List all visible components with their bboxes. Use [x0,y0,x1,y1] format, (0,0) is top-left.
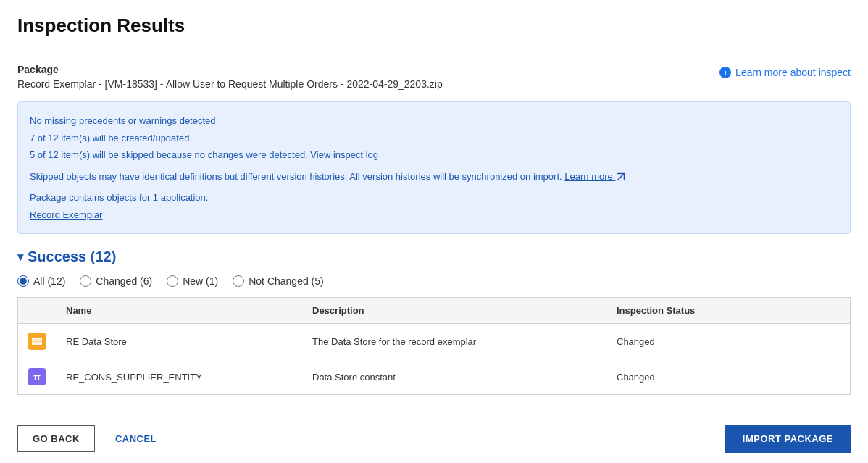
info-line3: 5 of 12 item(s) will be skipped because … [30,148,838,162]
main-content: Package Record Exemplar - [VM-18533] - A… [0,49,868,414]
row2-name: RE_CONS_SUPPLIER_ENTITY [56,359,302,395]
datastore-svg [31,335,43,347]
app-name-link[interactable]: Record Exemplar [30,209,102,220]
filter-not-changed[interactable]: Not Changed (5) [233,275,324,287]
package-label: Package [17,64,443,75]
row1-status: Changed [606,324,851,359]
info-box: No missing precedents or warnings detect… [17,101,851,234]
skipped-note: Skipped objects may have identical defin… [30,170,838,184]
package-section: Package Record Exemplar - [VM-18533] - A… [17,64,851,90]
skipped-learn-more-link[interactable]: Learn more [564,171,625,182]
svg-rect-1 [32,338,42,340]
learn-more-link[interactable]: Learn more about inspect [735,67,851,78]
info-line1: No missing precedents or warnings detect… [30,114,838,128]
col-header-name: Name [56,298,302,324]
row2-desc: Data Store constant [302,359,606,395]
app-note: Package contains objects for 1 applicati… [30,191,838,205]
row2-icon-cell: π [18,359,57,395]
page-header: Inspection Results [0,0,868,49]
footer: GO BACK CANCEL IMPORT PACKAGE [0,414,868,463]
col-header-status: Inspection Status [606,298,851,324]
filter-changed[interactable]: Changed (6) [80,275,152,287]
success-section-title: ▾ Success (12) [17,249,851,265]
chevron-down-icon: ▾ [17,250,23,264]
row2-status: Changed [606,359,851,395]
cancel-button[interactable]: CANCEL [104,425,168,452]
info-line2: 7 of 12 item(s) will be created/updated. [30,131,838,146]
package-info: Package Record Exemplar - [VM-18533] - A… [17,64,443,90]
col-header-icon [18,298,57,324]
view-log-link[interactable]: View inspect log [310,149,378,160]
constant-icon: π [28,368,46,385]
table-body: RE Data Store The Data Store for the rec… [18,324,851,395]
filter-row: All (12) Changed (6) New (1) Not Changed… [17,275,851,287]
col-header-desc: Description [302,298,606,324]
app-name: Record Exemplar [30,208,838,222]
external-link-icon [617,172,625,181]
filter-all[interactable]: All (12) [17,275,65,287]
footer-left: GO BACK CANCEL [17,425,168,452]
table-row: π RE_CONS_SUPPLIER_ENTITY Data Store con… [18,359,851,395]
import-package-button[interactable]: IMPORT PACKAGE [725,425,851,453]
row1-icon-cell [18,324,57,359]
package-name: Record Exemplar - [VM-18533] - Allow Use… [17,78,443,90]
results-table: Name Description Inspection Status [17,297,851,395]
learn-more-container: i Learn more about inspect [719,64,851,78]
row1-desc: The Data Store for the record exemplar [302,324,606,359]
filter-new[interactable]: New (1) [167,275,218,287]
table-header: Name Description Inspection Status [18,298,851,324]
info-icon: i [719,67,731,78]
go-back-button[interactable]: GO BACK [17,425,95,452]
table-row: RE Data Store The Data Store for the rec… [18,324,851,359]
datastore-icon [28,333,46,350]
row1-name: RE Data Store [56,324,302,359]
page-title: Inspection Results [17,14,851,37]
